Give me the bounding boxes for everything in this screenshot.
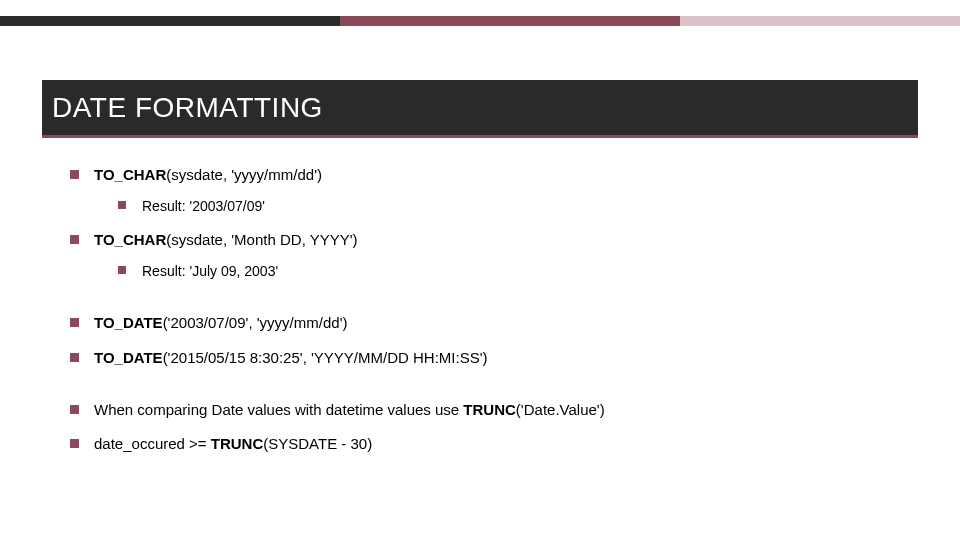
list-item: When comparing Date values with datetime… [70, 400, 900, 420]
list-item: TO_CHAR(sysdate, 'Month DD, YYYY') Resul… [70, 230, 900, 281]
function-args: (sysdate, 'yyyy/mm/dd') [166, 166, 322, 183]
text-before: When comparing Date values with datetime… [94, 401, 463, 418]
title-bar: DATE FORMATTING [42, 80, 918, 138]
text-after: ('Date.Value') [516, 401, 605, 418]
spacer [70, 295, 900, 313]
list-item: TO_CHAR(sysdate, 'yyyy/mm/dd') Result: '… [70, 165, 900, 216]
text-before: date_occured >= [94, 435, 211, 452]
function-name: TO_DATE [94, 349, 163, 366]
top-accent-bar [0, 16, 960, 26]
function-name: TRUNC [463, 401, 516, 418]
function-name: TO_CHAR [94, 166, 166, 183]
sub-list-item: Result: '2003/07/09' [118, 197, 900, 216]
function-args: (sysdate, 'Month DD, YYYY') [166, 231, 357, 248]
text-after: (SYSDATE - 30) [263, 435, 372, 452]
function-name: TO_DATE [94, 314, 163, 331]
slide-title: DATE FORMATTING [52, 92, 323, 124]
accent-segment-maroon [340, 16, 680, 26]
sub-list-item: Result: 'July 09, 2003' [118, 262, 900, 281]
function-name: TO_CHAR [94, 231, 166, 248]
function-args: ('2003/07/09', 'yyyy/mm/dd') [163, 314, 348, 331]
function-name: TRUNC [211, 435, 264, 452]
spacer [70, 382, 900, 400]
list-item: date_occured >= TRUNC(SYSDATE - 30) [70, 434, 900, 454]
list-item: TO_DATE('2015/05/15 8:30:25', 'YYYY/MM/D… [70, 348, 900, 368]
function-args: ('2015/05/15 8:30:25', 'YYYY/MM/DD HH:MI… [163, 349, 488, 366]
accent-segment-light [680, 16, 960, 26]
accent-segment-dark [0, 16, 340, 26]
content-area: TO_CHAR(sysdate, 'yyyy/mm/dd') Result: '… [70, 165, 900, 468]
list-item: TO_DATE('2003/07/09', 'yyyy/mm/dd') [70, 313, 900, 333]
bullet-list: TO_CHAR(sysdate, 'yyyy/mm/dd') Result: '… [70, 165, 900, 454]
